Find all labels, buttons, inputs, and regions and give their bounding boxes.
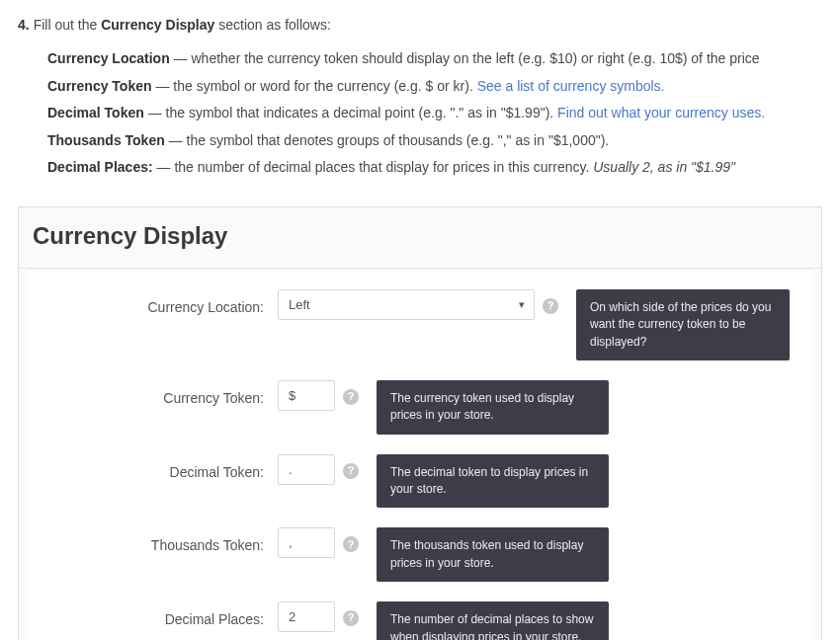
help-icon[interactable]: ?: [343, 536, 359, 552]
help-icon[interactable]: ?: [343, 389, 359, 405]
help-icon[interactable]: ?: [543, 298, 558, 314]
label-currency-token: Currency Token:: [50, 380, 278, 409]
panel-title: Currency Display: [33, 217, 807, 255]
thousands-token-input[interactable]: [278, 527, 335, 558]
decimal-token-input[interactable]: [278, 454, 335, 485]
note-decimal-places: Decimal Places: — the number of decimal …: [47, 156, 822, 178]
step-4: 4. Fill out the Currency Display section…: [18, 14, 822, 195]
decimal-places-input[interactable]: [278, 601, 335, 632]
label-decimal-places: Decimal Places:: [50, 601, 278, 630]
note-currency-token: Currency Token — the symbol or word for …: [47, 75, 822, 97]
label-decimal-token: Decimal Token:: [50, 454, 278, 483]
row-thousands-token: Thousands Token: ? The thousands token u…: [50, 527, 790, 582]
help-icon[interactable]: ?: [343, 610, 359, 626]
tooltip-currency-location: On which side of the prices do you want …: [576, 289, 790, 360]
label-thousands-token: Thousands Token:: [50, 527, 278, 556]
note-currency-location: Currency Location — whether the currency…: [47, 47, 822, 69]
tooltip-thousands-token: The thousands token used to display pric…: [377, 527, 609, 582]
currency-display-notes: Currency Location — whether the currency…: [18, 36, 822, 195]
note-thousands-token: Thousands Token — the symbol that denote…: [47, 129, 822, 151]
panel-header: Currency Display: [19, 207, 821, 268]
tooltip-decimal-places: The number of decimal places to show whe…: [377, 601, 609, 640]
tooltip-currency-token: The currency token used to display price…: [377, 380, 609, 435]
currency-display-panel: Currency Display Currency Location: Left…: [18, 206, 822, 640]
row-decimal-places: Decimal Places: ? The number of decimal …: [50, 601, 790, 640]
link-currency-uses[interactable]: Find out what your currency uses.: [557, 105, 765, 120]
step-4-text: Fill out the Currency Display section as…: [34, 14, 331, 36]
row-currency-token: Currency Token: ? The currency token use…: [50, 380, 790, 435]
help-icon[interactable]: ?: [343, 463, 359, 479]
row-decimal-token: Decimal Token: ? The decimal token to di…: [50, 454, 790, 509]
step-4-number: 4.: [18, 14, 30, 36]
link-currency-symbols[interactable]: See a list of currency symbols.: [477, 78, 665, 94]
currency-location-select[interactable]: Left: [278, 289, 535, 320]
label-currency-location: Currency Location:: [50, 289, 278, 318]
row-currency-location: Currency Location: Left ? On which side …: [50, 289, 790, 360]
currency-token-input[interactable]: [278, 380, 335, 411]
select-wrap: Left: [278, 289, 535, 320]
tooltip-decimal-token: The decimal token to display prices in y…: [377, 454, 609, 509]
panel-body: Currency Location: Left ? On which side …: [29, 269, 811, 640]
note-decimal-token: Decimal Token — the symbol that indicate…: [47, 102, 822, 123]
